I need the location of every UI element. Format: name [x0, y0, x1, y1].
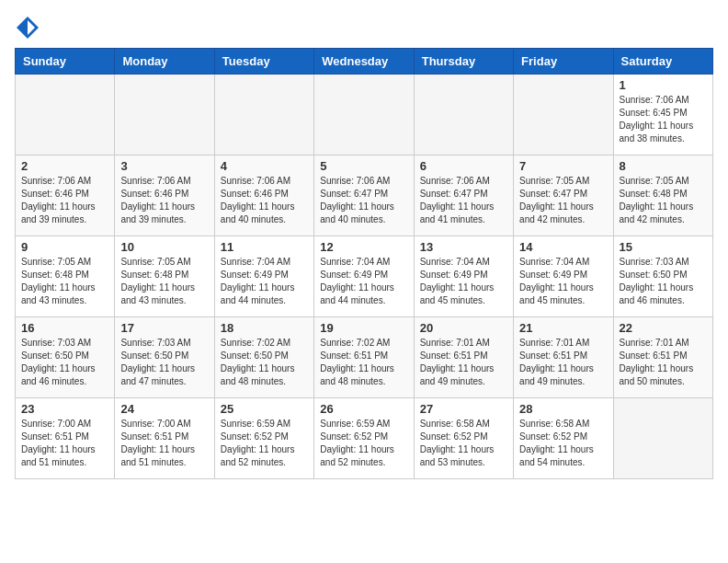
day-info: Sunrise: 7:03 AM Sunset: 6:50 PM Dayligh… [21, 337, 108, 388]
weekday-header: Saturday [613, 49, 712, 75]
calendar-cell: 6Sunrise: 7:06 AM Sunset: 6:47 PM Daylig… [414, 155, 513, 236]
calendar-cell: 4Sunrise: 7:06 AM Sunset: 6:46 PM Daylig… [214, 155, 313, 236]
day-info: Sunrise: 7:03 AM Sunset: 6:50 PM Dayligh… [120, 337, 208, 388]
day-info: Sunrise: 7:00 AM Sunset: 6:51 PM Dayligh… [120, 418, 208, 469]
day-number: 20 [420, 321, 507, 335]
weekday-header: Sunday [16, 49, 115, 75]
day-number: 2 [21, 159, 108, 173]
day-number: 12 [320, 240, 407, 254]
day-info: Sunrise: 7:06 AM Sunset: 6:46 PM Dayligh… [21, 175, 108, 226]
day-number: 3 [120, 159, 208, 173]
calendar-cell: 19Sunrise: 7:02 AM Sunset: 6:51 PM Dayli… [314, 317, 414, 398]
calendar-table: SundayMondayTuesdayWednesdayThursdayFrid… [15, 48, 713, 479]
calendar-cell: 7Sunrise: 7:05 AM Sunset: 6:47 PM Daylig… [514, 155, 613, 236]
day-info: Sunrise: 7:06 AM Sunset: 6:46 PM Dayligh… [120, 175, 208, 226]
day-number: 13 [420, 240, 507, 254]
day-info: Sunrise: 7:06 AM Sunset: 6:46 PM Dayligh… [221, 175, 308, 226]
day-info: Sunrise: 7:02 AM Sunset: 6:50 PM Dayligh… [221, 337, 308, 388]
weekday-header: Tuesday [214, 49, 313, 75]
calendar-cell: 2Sunrise: 7:06 AM Sunset: 6:46 PM Daylig… [16, 155, 115, 236]
day-number: 25 [221, 402, 308, 416]
calendar-cell: 14Sunrise: 7:04 AM Sunset: 6:49 PM Dayli… [514, 236, 613, 317]
day-info: Sunrise: 7:05 AM Sunset: 6:48 PM Dayligh… [120, 256, 208, 307]
day-number: 10 [120, 240, 208, 254]
logo [15, 15, 44, 40]
day-info: Sunrise: 7:05 AM Sunset: 6:47 PM Dayligh… [519, 175, 607, 226]
calendar-cell: 25Sunrise: 6:59 AM Sunset: 6:52 PM Dayli… [214, 398, 313, 479]
calendar-cell [514, 75, 613, 155]
calendar-cell: 28Sunrise: 6:58 AM Sunset: 6:52 PM Dayli… [514, 398, 613, 479]
calendar-cell [16, 75, 115, 155]
day-info: Sunrise: 7:01 AM Sunset: 6:51 PM Dayligh… [620, 337, 707, 388]
page-header [15, 15, 713, 40]
day-number: 14 [519, 240, 607, 254]
day-info: Sunrise: 7:00 AM Sunset: 6:51 PM Dayligh… [21, 418, 108, 469]
day-info: Sunrise: 6:59 AM Sunset: 6:52 PM Dayligh… [221, 418, 308, 469]
day-number: 28 [519, 402, 607, 416]
day-number: 6 [420, 159, 507, 173]
day-info: Sunrise: 7:01 AM Sunset: 6:51 PM Dayligh… [519, 337, 607, 388]
day-number: 24 [120, 402, 208, 416]
calendar-cell: 9Sunrise: 7:05 AM Sunset: 6:48 PM Daylig… [16, 236, 115, 317]
day-info: Sunrise: 7:04 AM Sunset: 6:49 PM Dayligh… [221, 256, 308, 307]
calendar-cell: 17Sunrise: 7:03 AM Sunset: 6:50 PM Dayli… [115, 317, 214, 398]
day-number: 11 [221, 240, 308, 254]
day-number: 1 [620, 78, 707, 92]
day-info: Sunrise: 7:03 AM Sunset: 6:50 PM Dayligh… [620, 256, 707, 307]
calendar-cell [314, 75, 414, 155]
calendar-cell: 26Sunrise: 6:59 AM Sunset: 6:52 PM Dayli… [314, 398, 414, 479]
calendar-cell [214, 75, 313, 155]
day-number: 21 [519, 321, 607, 335]
calendar-cell: 12Sunrise: 7:04 AM Sunset: 6:49 PM Dayli… [314, 236, 414, 317]
calendar-cell: 13Sunrise: 7:04 AM Sunset: 6:49 PM Dayli… [414, 236, 513, 317]
calendar-cell: 24Sunrise: 7:00 AM Sunset: 6:51 PM Dayli… [115, 398, 214, 479]
logo-icon [15, 15, 40, 40]
day-info: Sunrise: 7:04 AM Sunset: 6:49 PM Dayligh… [320, 256, 407, 307]
day-info: Sunrise: 6:59 AM Sunset: 6:52 PM Dayligh… [320, 418, 407, 469]
day-number: 7 [519, 159, 607, 173]
day-number: 5 [320, 159, 407, 173]
calendar-cell [613, 398, 712, 479]
day-info: Sunrise: 6:58 AM Sunset: 6:52 PM Dayligh… [420, 418, 507, 469]
calendar-cell: 27Sunrise: 6:58 AM Sunset: 6:52 PM Dayli… [414, 398, 513, 479]
day-number: 16 [21, 321, 108, 335]
day-info: Sunrise: 7:01 AM Sunset: 6:51 PM Dayligh… [420, 337, 507, 388]
calendar-week-row: 1Sunrise: 7:06 AM Sunset: 6:45 PM Daylig… [16, 75, 713, 155]
calendar-week-row: 2Sunrise: 7:06 AM Sunset: 6:46 PM Daylig… [16, 155, 713, 236]
calendar-cell: 11Sunrise: 7:04 AM Sunset: 6:49 PM Dayli… [214, 236, 313, 317]
weekday-header-row: SundayMondayTuesdayWednesdayThursdayFrid… [16, 49, 713, 75]
day-number: 22 [620, 321, 707, 335]
calendar-cell: 1Sunrise: 7:06 AM Sunset: 6:45 PM Daylig… [613, 75, 712, 155]
calendar-cell: 15Sunrise: 7:03 AM Sunset: 6:50 PM Dayli… [613, 236, 712, 317]
weekday-header: Wednesday [314, 49, 414, 75]
day-info: Sunrise: 7:02 AM Sunset: 6:51 PM Dayligh… [320, 337, 407, 388]
day-number: 27 [420, 402, 507, 416]
calendar-cell: 8Sunrise: 7:05 AM Sunset: 6:48 PM Daylig… [613, 155, 712, 236]
day-info: Sunrise: 7:05 AM Sunset: 6:48 PM Dayligh… [21, 256, 108, 307]
calendar-cell: 5Sunrise: 7:06 AM Sunset: 6:47 PM Daylig… [314, 155, 414, 236]
calendar-cell: 21Sunrise: 7:01 AM Sunset: 6:51 PM Dayli… [514, 317, 613, 398]
day-number: 18 [221, 321, 308, 335]
calendar-cell [414, 75, 513, 155]
calendar-cell: 3Sunrise: 7:06 AM Sunset: 6:46 PM Daylig… [115, 155, 214, 236]
day-info: Sunrise: 7:05 AM Sunset: 6:48 PM Dayligh… [620, 175, 707, 226]
calendar-week-row: 23Sunrise: 7:00 AM Sunset: 6:51 PM Dayli… [16, 398, 713, 479]
calendar-cell [115, 75, 214, 155]
day-number: 15 [620, 240, 707, 254]
day-info: Sunrise: 7:04 AM Sunset: 6:49 PM Dayligh… [519, 256, 607, 307]
calendar-week-row: 9Sunrise: 7:05 AM Sunset: 6:48 PM Daylig… [16, 236, 713, 317]
day-number: 26 [320, 402, 407, 416]
day-number: 4 [221, 159, 308, 173]
calendar-cell: 22Sunrise: 7:01 AM Sunset: 6:51 PM Dayli… [613, 317, 712, 398]
day-number: 19 [320, 321, 407, 335]
day-number: 17 [120, 321, 208, 335]
calendar-cell: 16Sunrise: 7:03 AM Sunset: 6:50 PM Dayli… [16, 317, 115, 398]
day-number: 23 [21, 402, 108, 416]
weekday-header: Thursday [414, 49, 513, 75]
calendar-cell: 10Sunrise: 7:05 AM Sunset: 6:48 PM Dayli… [115, 236, 214, 317]
calendar-week-row: 16Sunrise: 7:03 AM Sunset: 6:50 PM Dayli… [16, 317, 713, 398]
day-info: Sunrise: 7:06 AM Sunset: 6:47 PM Dayligh… [420, 175, 507, 226]
day-info: Sunrise: 7:06 AM Sunset: 6:45 PM Dayligh… [620, 94, 707, 145]
calendar-cell: 23Sunrise: 7:00 AM Sunset: 6:51 PM Dayli… [16, 398, 115, 479]
day-info: Sunrise: 7:04 AM Sunset: 6:49 PM Dayligh… [420, 256, 507, 307]
